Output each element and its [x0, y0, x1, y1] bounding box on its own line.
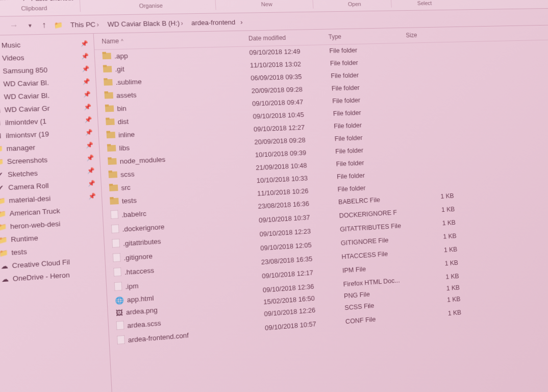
file-size — [409, 81, 447, 91]
folder-icon — [108, 157, 117, 166]
shortcut-icon: ↗ — [21, 0, 29, 3]
file-type: File folder — [329, 45, 407, 56]
pin-icon: 📌 — [82, 78, 90, 85]
file-name: inline — [118, 131, 135, 139]
svg-rect-19 — [108, 170, 112, 173]
file-type: File folder — [333, 107, 411, 118]
svg-rect-26 — [112, 239, 120, 248]
onedrive-icon: ☁ — [0, 274, 10, 283]
ribbon-group-select: ▦Select all ▢Select none ◩Invert selecti… — [393, 0, 453, 8]
sidebar-item-label: Runtime — [11, 234, 38, 243]
file-name: node_modules — [119, 156, 165, 165]
sort-asc-icon: ^ — [121, 38, 123, 43]
file-name: src — [121, 183, 131, 191]
column-header-date[interactable]: Date modified — [248, 33, 329, 42]
file-size — [408, 69, 446, 78]
file-date: 09/10/2018 12:49 — [249, 47, 330, 57]
sidebar-item-label: Creative Cloud Fil — [12, 258, 70, 270]
up-button[interactable]: ↑ — [39, 19, 48, 31]
file-size — [415, 180, 453, 190]
file-size: 1 KB — [421, 284, 460, 294]
sync-icon: ✔ — [0, 183, 5, 192]
net-icon: 🖥 — [0, 131, 3, 140]
forward-button[interactable]: → — [7, 19, 21, 31]
column-header-name[interactable]: Name ^ — [102, 35, 248, 45]
file-date: 06/09/2018 09:35 — [251, 72, 331, 83]
sidebar-item-label: WD Caviar Bl. — [3, 79, 49, 88]
drive-icon: 🖴 — [0, 92, 1, 101]
file-name: libs — [119, 144, 130, 152]
folder-icon — [107, 144, 116, 153]
file-name: ardea.scss — [127, 319, 161, 330]
sidebar-item-label: heron-web-desi — [10, 219, 61, 230]
folder-icon — [106, 131, 115, 140]
file-icon — [116, 321, 124, 332]
file-date: 20/09/2018 09:28 — [254, 135, 335, 147]
file-icon — [117, 335, 125, 346]
file-size: 1 KB — [420, 259, 459, 271]
folder-icon — [102, 52, 111, 61]
file-type: File folder — [334, 132, 412, 143]
file-name: .htaccess — [124, 266, 155, 276]
copy-to-button[interactable]: 📂⎘Copy to — [120, 0, 150, 1]
file-date: 09/10/2018 09:47 — [252, 97, 333, 108]
folder-icon: 📁 — [0, 248, 8, 257]
folder-icon: 📁 — [0, 209, 6, 218]
file-date: 10/10/2018 09:39 — [255, 148, 335, 160]
sidebar-item-label: OneDrive - Heron — [12, 271, 69, 282]
back-button[interactable]: ← — [0, 20, 2, 32]
pin-icon: 📌 — [88, 180, 96, 187]
file-size — [407, 57, 445, 66]
file-icon — [113, 253, 121, 264]
file-name: scss — [120, 170, 135, 179]
svg-rect-5 — [104, 78, 108, 80]
file-size — [412, 130, 450, 140]
file-icon: 🖼 — [115, 309, 123, 317]
svg-rect-3 — [103, 65, 107, 67]
file-size: 1 KB — [416, 205, 455, 217]
svg-rect-30 — [116, 321, 124, 330]
file-name: assets — [116, 91, 137, 100]
move-to-button[interactable]: 📂←Move to — [88, 0, 118, 1]
file-type: File folder — [330, 58, 408, 68]
sidebar-item-label: Camera Roll — [8, 181, 49, 191]
file-size: 1 KB — [423, 308, 462, 321]
folder-icon — [104, 91, 113, 101]
file-type: File folder — [332, 94, 410, 106]
delete-button[interactable]: ✕Delete — [152, 0, 178, 1]
svg-rect-9 — [105, 105, 109, 107]
svg-rect-27 — [113, 253, 121, 262]
sidebar-item-label: ilmiontsvr (19 — [6, 130, 49, 139]
paste-button[interactable]: 📋 Paste — [0, 0, 15, 3]
svg-rect-21 — [109, 184, 113, 186]
file-icon — [111, 225, 119, 235]
file-size — [410, 106, 449, 115]
breadcrumb-segment[interactable]: ardea-frontend — [189, 17, 237, 28]
sidebar-item-label: Screenshots — [7, 156, 47, 165]
ribbon-group-new: 📁✦New folder ✦New item ⭳Easy access New — [218, 0, 313, 10]
file-size: 1 KB — [422, 295, 461, 307]
explorer-body: 🎵Music📌🎞Videos📌🖴Samsung 850📌🖴WD Caviar B… — [0, 24, 548, 392]
file-name: .gitattributes — [123, 237, 161, 248]
breadcrumb-segment[interactable]: WD Caviar Black B (H:) — [105, 18, 186, 29]
new-group-label: New — [261, 1, 272, 7]
recent-locations-button[interactable]: ▾ — [26, 21, 34, 30]
column-header-size[interactable]: Size — [406, 31, 444, 39]
pin-icon: 📌 — [83, 90, 91, 97]
svg-rect-23 — [110, 197, 114, 200]
breadcrumb-segment[interactable]: This PC — [68, 19, 103, 30]
paste-shortcut-button[interactable]: ↗Paste shortcut — [18, 0, 76, 3]
column-header-type[interactable]: Type — [328, 32, 406, 41]
sidebar-item-label: material-desi — [9, 194, 51, 204]
file-icon — [110, 210, 118, 221]
file-icon — [114, 282, 122, 292]
sidebar-item-label: tests — [11, 247, 27, 256]
folder-icon: 📁 — [0, 157, 4, 166]
file-name: dist — [117, 117, 129, 126]
ribbon-group-organise: 📂←Move to 📂⎘Copy to ✕Delete ✏Rename Orga… — [83, 0, 216, 12]
file-name: .gitignore — [123, 252, 153, 262]
file-date: 09/10/2018 10:45 — [253, 110, 333, 121]
chevron-right-icon: › — [240, 18, 243, 26]
pin-icon: 📌 — [86, 141, 94, 149]
folder-icon — [108, 170, 117, 180]
